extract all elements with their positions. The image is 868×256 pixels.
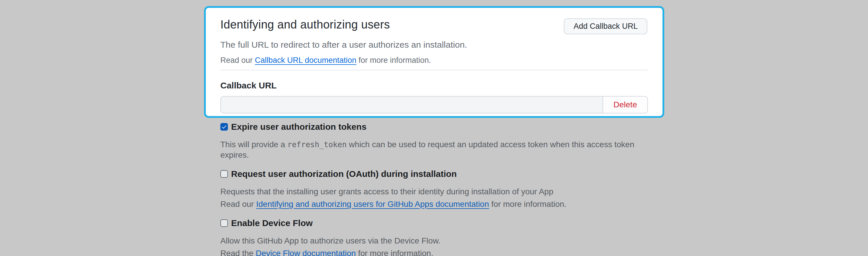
note-suffix: for more information. — [356, 56, 431, 65]
callback-url-field-label: Callback URL — [220, 80, 648, 91]
expire-tokens-description: This will provide a refresh_token which … — [220, 139, 657, 160]
note-prefix: Read our — [220, 199, 256, 209]
oauth-install-checkbox[interactable] — [220, 170, 228, 178]
note-prefix: Read the — [220, 249, 255, 256]
note-suffix: for more information. — [489, 199, 566, 209]
callback-url-input[interactable] — [221, 97, 603, 113]
device-flow-label[interactable]: Enable Device Flow — [231, 218, 313, 229]
oauth-install-label[interactable]: Request user authorization (OAuth) durin… — [231, 168, 457, 180]
note-suffix: for more information. — [356, 249, 433, 256]
add-callback-url-button[interactable]: Add Callback URL — [564, 18, 647, 34]
device-flow-note: Read the Device Flow documentation for m… — [220, 248, 657, 256]
check-icon — [221, 124, 227, 130]
note-prefix: Read our — [220, 56, 255, 65]
callback-url-doc-link[interactable]: Callback URL documentation — [255, 56, 356, 65]
option-device-flow-row: Enable Device Flow — [220, 218, 657, 229]
oauth-install-description: Requests that the installing user grants… — [220, 187, 657, 197]
section-description: The full URL to redirect to after a user… — [220, 39, 648, 50]
refresh-token-code: refresh_token — [287, 140, 347, 149]
option-oauth-install-row: Request user authorization (OAuth) durin… — [220, 168, 657, 180]
callback-url-card: Identifying and authorizing users Add Ca… — [204, 6, 664, 118]
delete-callback-url-button[interactable]: Delete — [603, 97, 647, 113]
device-flow-checkbox[interactable] — [220, 219, 228, 227]
page: Identifying and authorizing users Add Ca… — [0, 0, 868, 256]
authorization-options: Expire user authorization tokens This wi… — [220, 118, 657, 256]
option-expire-tokens-row: Expire user authorization tokens — [220, 121, 657, 132]
expire-tokens-checkbox[interactable] — [220, 123, 228, 131]
divider — [220, 70, 648, 70]
section-note: Read our Callback URL documentation for … — [220, 55, 648, 65]
device-flow-doc-link[interactable]: Device Flow documentation — [255, 249, 356, 256]
device-flow-description: Allow this GitHub App to authorize users… — [220, 236, 657, 246]
desc-text: This will provide a — [220, 140, 287, 149]
expire-tokens-label[interactable]: Expire user authorization tokens — [231, 121, 367, 132]
oauth-install-note: Read our Identifying and authorizing use… — [220, 199, 657, 210]
oauth-doc-link[interactable]: Identifying and authorizing users for Gi… — [256, 199, 489, 209]
callback-url-input-group: Delete — [220, 96, 648, 114]
